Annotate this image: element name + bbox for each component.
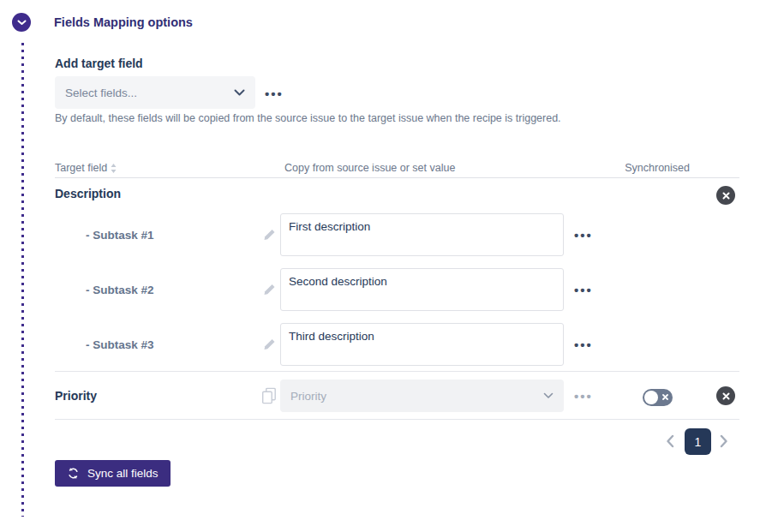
remove-field-button[interactable] [716, 186, 735, 205]
sort-icon [111, 164, 117, 173]
subtask-label: - Subtask #2 [86, 284, 154, 296]
pencil-icon [263, 338, 276, 351]
copy-icon [262, 387, 276, 403]
subtask-label: - Subtask #1 [86, 229, 154, 242]
subtask-row: - Subtask #2 Second description ••• [55, 268, 739, 311]
select-fields-dropdown[interactable]: Select fields... [55, 76, 255, 109]
subtask-value-input[interactable]: Third description [280, 323, 564, 366]
chevron-down-icon [234, 89, 245, 96]
priority-select-value: Priority [290, 390, 326, 403]
toggle-knob [644, 391, 658, 404]
pagination-current-page[interactable]: 1 [685, 428, 711, 455]
subtask-more-button[interactable]: ••• [569, 338, 598, 351]
subtask-label: - Subtask #3 [86, 338, 154, 351]
subtask-row: - Subtask #3 Third description ••• [55, 323, 739, 366]
sync-button-label: Sync all fields [87, 467, 159, 480]
fields-mapping-panel: Fields Mapping options Add target field … [0, 0, 760, 532]
toggle-off-x-icon [662, 394, 668, 400]
chevron-left-icon [666, 438, 674, 451]
pencil-icon [263, 229, 276, 242]
panel-title: Fields Mapping options [54, 15, 193, 29]
helper-text: By default, these fields will be copied … [55, 112, 561, 124]
table-header-row: Target field Copy from source issue or s… [55, 161, 739, 178]
close-icon [722, 192, 730, 200]
column-header-target-field[interactable]: Target field [55, 162, 117, 174]
close-icon [722, 392, 730, 400]
column-header-synchronised: Synchronised [625, 162, 690, 174]
subtask-more-button[interactable]: ••• [569, 284, 598, 296]
subtask-value-input[interactable]: Second description [280, 268, 564, 311]
add-field-more-button[interactable]: ••• [265, 87, 284, 100]
column-header-copy-value: Copy from source issue or set value [284, 162, 455, 174]
pencil-icon [263, 284, 276, 296]
remove-field-button[interactable] [716, 386, 735, 405]
subtask-value-input[interactable]: First description [280, 213, 564, 256]
chevron-down-icon [17, 20, 27, 26]
priority-more-button-disabled: ••• [569, 389, 598, 402]
select-fields-placeholder: Select fields... [65, 87, 137, 99]
sync-icon [67, 467, 80, 480]
field-row-priority: Priority Priority ••• [55, 371, 739, 420]
priority-select-disabled: Priority [280, 380, 564, 412]
field-name: Priority [55, 389, 97, 403]
subtask-more-button[interactable]: ••• [569, 229, 598, 242]
synchronised-toggle[interactable] [643, 389, 673, 406]
fields-mapping-table: Target field Copy from source issue or s… [55, 161, 739, 420]
sync-all-fields-button[interactable]: Sync all fields [55, 460, 171, 487]
pagination-prev-button[interactable] [666, 434, 674, 448]
subtask-row: - Subtask #1 First description ••• [55, 213, 739, 256]
panel-guide-dotted-line [21, 43, 24, 517]
chevron-right-icon [720, 438, 728, 451]
collapse-panel-button[interactable] [12, 13, 31, 32]
target-field-header-label: Target field [55, 162, 107, 174]
field-name: Description [55, 187, 121, 200]
chevron-down-icon [543, 392, 554, 399]
field-row-description: Description [55, 178, 739, 213]
add-target-field-label: Add target field [55, 57, 143, 70]
pagination-next-button[interactable] [720, 434, 728, 448]
